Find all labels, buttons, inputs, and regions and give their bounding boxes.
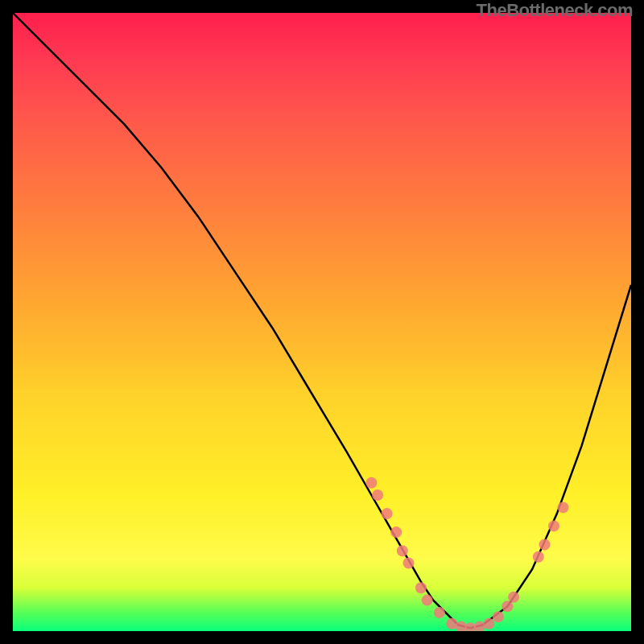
- chart-frame: [13, 13, 631, 631]
- gradient-plot-area: [13, 13, 631, 631]
